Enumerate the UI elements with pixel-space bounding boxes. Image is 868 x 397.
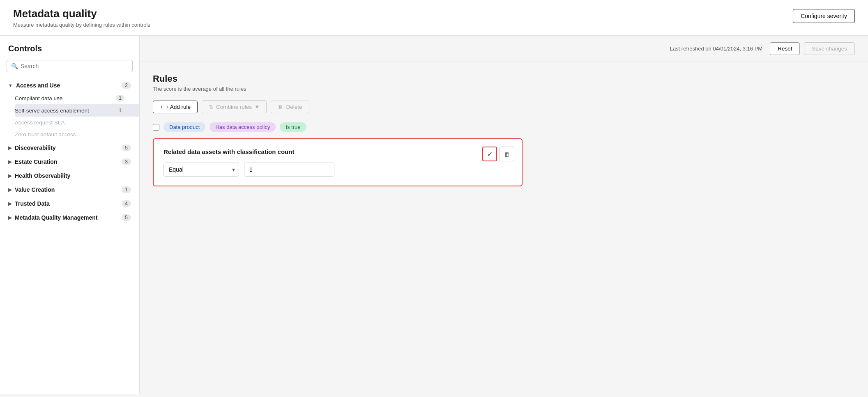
controls-title: Controls — [0, 44, 139, 60]
nav-group-estate-curation: ▶ Estate Curation 3 — [0, 155, 139, 168]
combine-icon: ⇅ — [209, 103, 214, 110]
rules-subtitle: The score is the average of all the rule… — [153, 86, 855, 92]
trash-icon: 🗑 — [278, 104, 283, 110]
page-header: Metadata quality Measure metadata qualit… — [13, 7, 150, 28]
nav-group-badge-estate-curation: 3 — [122, 158, 131, 165]
combine-rules-button[interactable]: ⇅ Combine rules ▼ — [202, 100, 267, 113]
tag-value[interactable]: Is true — [280, 122, 306, 132]
main-content: Last refreshed on 04/01/2024, 3:16 PM Re… — [140, 36, 868, 394]
combine-rules-label: Combine rules — [216, 104, 252, 110]
chevron-down-icon: ▼ — [8, 83, 13, 88]
rules-title: Rules — [153, 73, 855, 84]
nav-group-badge-value-creation: 1 — [122, 186, 131, 193]
nav-group-health-observability: ▶ Health Observability — [0, 169, 139, 182]
delete-rule-button[interactable]: 🗑 — [500, 147, 514, 161]
rule-checkbox[interactable] — [153, 124, 159, 131]
sidebar-item-label: Self-serve access enablement — [15, 108, 89, 114]
configure-severity-button[interactable]: Configure severity — [793, 9, 855, 23]
sidebar-item-access-request-sla: Access request SLA — [15, 117, 139, 129]
nav-group-trusted-data: ▶ Trusted Data 4 — [0, 197, 139, 210]
rule-card-title: Related data assets with classification … — [163, 148, 512, 155]
nav-group-header-metadata-quality-management[interactable]: ▶ Metadata Quality Management 5 — [0, 211, 139, 224]
nav-group-label-trusted-data: Trusted Data — [15, 200, 50, 207]
sidebar-item-compliant-data-use[interactable]: Compliant data use 1 — [15, 92, 139, 104]
top-actions-bar: Last refreshed on 04/01/2024, 3:16 PM Re… — [140, 36, 868, 62]
nav-group-label-discoverability: Discoverability — [15, 145, 56, 151]
nav-group-value-creation: ▶ Value Creation 1 — [0, 183, 139, 196]
page-subtitle: Measure metadata quality by defining rul… — [13, 22, 150, 28]
chevron-right-icon: ▶ — [8, 145, 12, 151]
add-rule-label: + Add rule — [166, 104, 191, 110]
chevron-right-icon: ▶ — [8, 201, 12, 207]
nav-group-header-health-observability[interactable]: ▶ Health Observability — [0, 169, 139, 182]
nav-group-label-value-creation: Value Creation — [15, 186, 55, 193]
nav-group-header-access-and-use[interactable]: ▼ Access and Use 2 — [0, 79, 139, 92]
condition-select[interactable]: Equal Not equal Greater than Less than G… — [163, 163, 239, 177]
nav-sub-items-access-and-use: Compliant data use 1 Self-serve access e… — [0, 92, 139, 140]
chevron-right-icon: ▶ — [8, 159, 12, 165]
sidebar-item-zero-trust: Zero-trust default access — [15, 129, 139, 140]
rule-card: Related data assets with classification … — [153, 138, 523, 186]
chevron-right-icon: ▶ — [8, 215, 12, 220]
search-box[interactable]: 🔍 — [7, 60, 133, 72]
sidebar: Controls 🔍 ▼ Access and Use 2 Compliant … — [0, 36, 140, 394]
page-title: Metadata quality — [13, 7, 150, 20]
tag-condition[interactable]: Has data access policy — [210, 122, 276, 132]
rule-card-actions: ✓ 🗑 — [482, 147, 514, 161]
chevron-right-icon: ▶ — [8, 173, 12, 179]
search-input[interactable] — [21, 63, 128, 69]
chevron-right-icon: ▶ — [8, 187, 12, 193]
sidebar-item-label: Zero-trust default access — [15, 131, 76, 138]
nav-group-access-and-use: ▼ Access and Use 2 Compliant data use 1 … — [0, 79, 139, 140]
chevron-down-icon: ▼ — [254, 104, 260, 110]
top-bar: Metadata quality Measure metadata qualit… — [0, 0, 868, 36]
condition-select-wrapper: Equal Not equal Greater than Less than G… — [163, 163, 239, 177]
nav-group-header-discoverability[interactable]: ▶ Discoverability 5 — [0, 141, 139, 154]
nav-group-badge-metadata-quality-management: 5 — [122, 214, 131, 221]
main-layout: Controls 🔍 ▼ Access and Use 2 Compliant … — [0, 36, 868, 394]
reset-button[interactable]: Reset — [770, 42, 800, 55]
nav-group-badge-trusted-data: 4 — [122, 200, 131, 207]
add-rule-button[interactable]: + + Add rule — [153, 101, 198, 113]
nav-group-label-access-and-use: Access and Use — [16, 82, 60, 89]
nav-group-header-estate-curation[interactable]: ▶ Estate Curation 3 — [0, 155, 139, 168]
delete-label: Delete — [286, 104, 302, 110]
search-icon: 🔍 — [11, 63, 18, 69]
nav-group-label-health-observability: Health Observability — [15, 172, 70, 179]
nav-group-badge-access-and-use: 2 — [122, 82, 131, 89]
tag-entity[interactable]: Data product — [163, 122, 205, 132]
value-input[interactable] — [244, 163, 334, 177]
sidebar-item-label: Access request SLA — [15, 119, 65, 126]
rules-toolbar: + + Add rule ⇅ Combine rules ▼ 🗑 Delete — [153, 100, 855, 113]
nav-group-label-estate-curation: Estate Curation — [15, 158, 57, 165]
save-changes-button[interactable]: Save changes — [804, 42, 855, 55]
last-refreshed-text: Last refreshed on 04/01/2024, 3:16 PM — [670, 46, 763, 52]
nav-group-header-trusted-data[interactable]: ▶ Trusted Data 4 — [0, 197, 139, 210]
sidebar-item-badge: 1 — [116, 107, 124, 114]
nav-group-header-value-creation[interactable]: ▶ Value Creation 1 — [0, 183, 139, 196]
rule-card-row: Equal Not equal Greater than Less than G… — [163, 163, 512, 177]
sidebar-item-self-serve-access[interactable]: Self-serve access enablement 1 — [15, 104, 139, 117]
rule-row: Data product Has data access policy Is t… — [153, 122, 855, 132]
nav-group-discoverability: ▶ Discoverability 5 — [0, 141, 139, 154]
plus-icon: + — [160, 104, 163, 110]
nav-group-metadata-quality-management: ▶ Metadata Quality Management 5 — [0, 211, 139, 224]
sidebar-item-label: Compliant data use — [15, 95, 62, 101]
confirm-rule-button[interactable]: ✓ — [482, 147, 497, 161]
sidebar-item-badge: 1 — [116, 95, 124, 101]
nav-group-label-metadata-quality-management: Metadata Quality Management — [15, 214, 98, 221]
delete-button[interactable]: 🗑 Delete — [271, 101, 309, 113]
rules-area: Rules The score is the average of all th… — [140, 62, 868, 198]
nav-group-badge-discoverability: 5 — [122, 145, 131, 151]
